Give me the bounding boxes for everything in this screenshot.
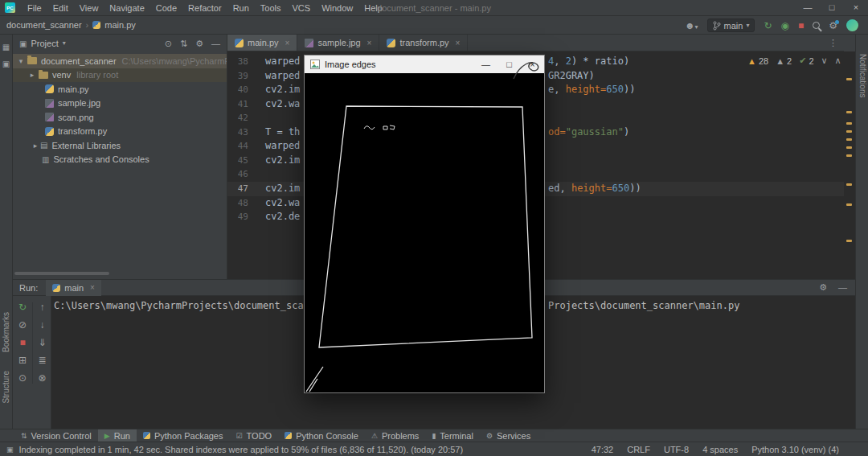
project-stripe-icon[interactable]: ▦ [0, 43, 12, 51]
image-edges-window[interactable]: Image edges — □ × [304, 55, 545, 393]
weak-warnings-count[interactable]: ▲2 [776, 56, 792, 66]
chevron-down-icon[interactable]: ▾ [16, 57, 26, 65]
rerun-icon[interactable]: ↻ [18, 302, 27, 313]
run-tab-main[interactable]: main × [46, 280, 101, 296]
tree-item-scan-png[interactable]: scan.png [13, 110, 227, 125]
passed-count[interactable]: ✔2 [799, 55, 813, 66]
avatar[interactable] [846, 19, 858, 31]
menu-refactor[interactable]: Refactor [182, 0, 227, 16]
menu-edit[interactable]: Edit [47, 0, 74, 16]
clear-console-icon[interactable]: ⊗ [38, 373, 46, 384]
soft-wrap-icon[interactable]: ≣ [38, 355, 46, 366]
close-tab-icon[interactable]: × [367, 39, 372, 47]
stop-icon[interactable]: ■ [798, 21, 804, 31]
tree-item-sample-jpg[interactable]: sample.jpg [13, 97, 227, 111]
close-icon[interactable]: × [521, 55, 544, 73]
notifications-stripe-button[interactable]: Notifications [858, 54, 867, 97]
horizontal-scrollbar[interactable] [14, 272, 109, 275]
toolbar-todo[interactable]: ☑TODO [230, 429, 279, 442]
bookmarks-stripe-button[interactable]: Bookmarks [2, 312, 10, 352]
up-stack-trace-icon[interactable]: ↑ [40, 302, 45, 313]
project-panel-title[interactable]: Project [31, 39, 58, 48]
project-panel-header: ▣ Project ▾ ⊙ ⇅ ⚙ — [13, 35, 227, 52]
close-tab-icon[interactable]: × [285, 39, 290, 47]
caret-position[interactable]: 47:32 [592, 445, 614, 454]
run-settings-icon[interactable]: ⚙ [819, 282, 827, 293]
close-tab-icon[interactable]: × [456, 39, 461, 47]
image-window-titlebar[interactable]: Image edges — □ × [305, 55, 544, 73]
scroll-to-end-icon[interactable]: ⇓ [38, 338, 46, 348]
tab-sample-jpg[interactable]: sample.jpg × [297, 35, 379, 51]
menu-run[interactable]: Run [227, 0, 255, 16]
tab-options-kebab-icon[interactable]: ⋮ [829, 38, 837, 48]
restore-layout-icon[interactable]: ⊞ [18, 355, 27, 366]
minimize-icon[interactable]: — [474, 55, 497, 73]
breadcrumb-project[interactable]: document_scanner [6, 20, 82, 30]
menu-window[interactable]: Window [316, 0, 358, 16]
menu-code[interactable]: Code [150, 0, 182, 16]
indent-setting[interactable]: 4 spaces [702, 445, 738, 454]
inspections-widget[interactable]: ▲28 ▲2 ✔2 ∨ ∧ [747, 55, 841, 66]
line-separator[interactable]: CRLF [627, 445, 650, 454]
commit-stripe-icon[interactable]: ▣ [0, 60, 12, 68]
toolbar-run[interactable]: ▶Run [98, 429, 137, 442]
toolbar-services[interactable]: ⚙Services [480, 429, 537, 442]
tab-transform-py[interactable]: transform.py × [379, 35, 468, 51]
panel-settings-icon[interactable]: ⚙ [195, 39, 203, 49]
warnings-count[interactable]: ▲28 [747, 56, 768, 66]
structure-stripe-button[interactable]: Structure [2, 371, 10, 404]
next-problem-icon[interactable]: ∨ [821, 55, 828, 66]
tree-item-venv[interactable]: ▸ venv library root [13, 68, 227, 83]
stop-icon[interactable]: ■ [19, 338, 25, 348]
hide-panel-icon[interactable]: — [838, 282, 847, 293]
tree-item-scratches[interactable]: ▥ Scratches and Consoles [13, 153, 227, 167]
maximize-icon[interactable]: □ [497, 55, 521, 73]
tool-window-bar: ⇅Version Control ▶Run Python Packages ☑T… [0, 429, 868, 442]
chevron-right-icon[interactable]: ▸ [31, 142, 40, 150]
tree-item-external-libraries[interactable]: ▸ ▤ External Libraries [13, 138, 227, 153]
toolbar-problems[interactable]: ⚠Problems [365, 429, 426, 442]
breadcrumb-file[interactable]: main.py [104, 20, 136, 30]
toolbar-terminal[interactable]: ▮Terminal [425, 429, 480, 442]
minimize-icon[interactable]: — [796, 0, 820, 15]
chevron-right-icon[interactable]: ▸ [27, 71, 37, 79]
python-interpreter[interactable]: Python 3.10 (venv) (4) [751, 445, 839, 454]
error-stripe[interactable] [844, 51, 855, 279]
python-file-icon [45, 84, 54, 93]
down-stack-trace-icon[interactable]: ↓ [40, 320, 45, 331]
python-icon [143, 432, 150, 439]
menu-vcs[interactable]: VCS [287, 0, 317, 16]
menu-file[interactable]: File [22, 0, 47, 16]
toolbar-python-console[interactable]: Python Console [278, 429, 365, 442]
menu-tools[interactable]: Tools [255, 0, 287, 16]
file-encoding[interactable]: UTF-8 [664, 445, 689, 454]
chevron-down-icon[interactable]: ▾ [63, 40, 66, 47]
git-branch-widget[interactable]: main ▾ [707, 18, 755, 32]
tree-item-transform-py[interactable]: transform.py [13, 125, 227, 139]
tab-main-py[interactable]: main.py × [227, 35, 297, 51]
debug-icon[interactable]: ◉ [781, 21, 789, 31]
collapse-all-icon[interactable]: ⇅ [180, 39, 187, 49]
toolbar-version-control[interactable]: ⇅Version Control [14, 429, 98, 442]
menu-view[interactable]: View [74, 0, 104, 16]
hide-panel-icon[interactable]: — [211, 39, 220, 49]
close-tab-icon[interactable]: × [90, 283, 95, 292]
branch-icon [713, 21, 721, 31]
gear-icon[interactable]: ⚙ [829, 21, 837, 31]
pin-icon[interactable]: ⊙ [18, 373, 27, 384]
todo-icon: ☑ [236, 432, 243, 440]
toolbar-python-packages[interactable]: Python Packages [137, 429, 230, 442]
run-toolbar: ↻ ⊘ ■ ⊞ ⊙ ↑ ↓ ⇓ ≣ ⊗ [13, 296, 51, 429]
update-project-icon[interactable]: ↻ [764, 21, 772, 31]
locate-file-icon[interactable]: ⊙ [165, 39, 172, 49]
python-file-icon [52, 284, 60, 292]
search-icon[interactable] [813, 22, 820, 29]
collab-user-icon[interactable]: ☻▾ [685, 21, 698, 31]
run-config-icon[interactable]: ⊘ [18, 320, 27, 331]
maximize-icon[interactable]: □ [820, 0, 844, 15]
tree-item-main-py[interactable]: main.py [13, 82, 227, 97]
close-icon[interactable]: × [844, 0, 868, 15]
menu-navigate[interactable]: Navigate [104, 0, 149, 16]
prev-problem-icon[interactable]: ∧ [835, 55, 841, 66]
tree-item-document-scanner[interactable]: ▾ document_scanner C:\Users\mwang\Pychar… [13, 54, 227, 68]
